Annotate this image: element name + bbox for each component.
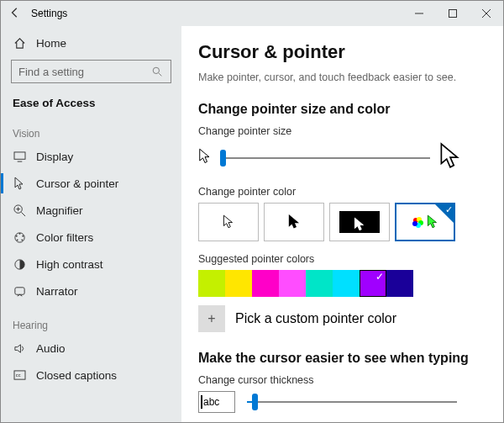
- color-swatch[interactable]: [386, 270, 413, 297]
- cursor-thickness-label: Change cursor thickness: [198, 374, 486, 386]
- cursor-thickness-preview: abc: [198, 391, 235, 413]
- nav-cursor-pointer[interactable]: Cursor & pointer: [1, 170, 181, 197]
- home-label: Home: [36, 37, 66, 50]
- plus-icon: +: [198, 305, 225, 332]
- sidebar: Home Find a setting Ease of Access Visio…: [1, 26, 181, 422]
- minimize-button[interactable]: [402, 1, 436, 26]
- pointer-color-label: Change pointer color: [198, 186, 486, 198]
- window-title: Settings: [29, 8, 402, 19]
- magnifier-icon: [13, 204, 26, 217]
- home-link[interactable]: Home: [1, 31, 181, 55]
- nav-magnifier[interactable]: Magnifier: [1, 197, 181, 224]
- svg-line-9: [21, 212, 25, 216]
- svg-point-16: [16, 239, 18, 241]
- nav-display[interactable]: Display: [1, 143, 181, 170]
- group-label-vision: Vision: [1, 124, 181, 143]
- titlebar: Settings: [1, 1, 503, 26]
- svg-point-15: [21, 239, 23, 241]
- back-button[interactable]: [1, 7, 29, 21]
- section-cursor-typing: Make the cursor easier to see when typin…: [198, 351, 486, 366]
- main-panel: Cursor & pointer Make pointer, cursor, a…: [181, 26, 503, 422]
- svg-rect-19: [14, 287, 24, 293]
- close-button[interactable]: [470, 1, 503, 26]
- pointer-size-max-icon: [438, 142, 462, 174]
- high-contrast-icon: [13, 257, 26, 271]
- page-title: Cursor & pointer: [198, 41, 486, 63]
- color-swatch[interactable]: [279, 270, 306, 297]
- display-icon: [13, 150, 26, 163]
- closed-captions-icon: cc: [13, 368, 26, 382]
- page-subtitle: Make pointer, cursor, and touch feedback…: [198, 71, 486, 83]
- section-size-color: Change pointer size and color: [198, 102, 486, 117]
- cursor-icon: [13, 177, 26, 190]
- svg-rect-6: [14, 151, 25, 158]
- pointer-size-min-icon: [198, 148, 212, 168]
- svg-point-17: [15, 235, 17, 236]
- color-swatch[interactable]: [360, 270, 386, 297]
- color-swatch[interactable]: [252, 270, 279, 297]
- pointer-size-slider[interactable]: [220, 148, 430, 168]
- cursor-thickness-slider[interactable]: [247, 392, 457, 412]
- category-title: Ease of Access: [1, 88, 181, 124]
- svg-point-4: [153, 67, 159, 73]
- svg-point-13: [18, 232, 20, 234]
- svg-line-5: [159, 73, 161, 76]
- audio-icon: [13, 341, 26, 355]
- nav-closed-captions[interactable]: cc Closed captions: [1, 362, 181, 389]
- svg-text:cc: cc: [15, 373, 20, 378]
- color-swatch[interactable]: [198, 270, 225, 297]
- color-swatch[interactable]: [333, 270, 360, 297]
- home-icon: [13, 36, 26, 50]
- nav-audio[interactable]: Audio: [1, 335, 181, 362]
- suggested-colors: [198, 270, 486, 297]
- pointer-color-black[interactable]: [264, 203, 324, 241]
- pick-custom-color[interactable]: + Pick a custom pointer color: [198, 305, 486, 332]
- search-placeholder: Find a setting: [18, 66, 84, 78]
- maximize-button[interactable]: [436, 1, 470, 26]
- pointer-color-white[interactable]: [198, 203, 259, 241]
- group-label-hearing: Hearing: [1, 316, 181, 335]
- selected-check-icon: [435, 204, 454, 223]
- nav-color-filters[interactable]: Color filters: [1, 224, 181, 251]
- suggested-colors-label: Suggested pointer colors: [198, 253, 486, 265]
- search-icon: [150, 65, 164, 78]
- svg-point-14: [22, 235, 24, 236]
- nav-narrator[interactable]: Narrator: [1, 278, 181, 304]
- pointer-color-inverted[interactable]: [329, 203, 390, 241]
- pointer-color-custom[interactable]: [395, 203, 455, 241]
- color-swatch[interactable]: [306, 270, 333, 297]
- nav-high-contrast[interactable]: High contrast: [1, 251, 181, 278]
- color-wheel-icon: [412, 215, 425, 229]
- color-swatch[interactable]: [225, 270, 252, 297]
- svg-rect-1: [449, 10, 457, 18]
- pointer-size-label: Change pointer size: [198, 125, 486, 137]
- svg-point-26: [412, 221, 417, 226]
- color-filters-icon: [13, 230, 26, 244]
- search-input[interactable]: Find a setting: [11, 60, 171, 83]
- narrator-icon: [13, 284, 26, 298]
